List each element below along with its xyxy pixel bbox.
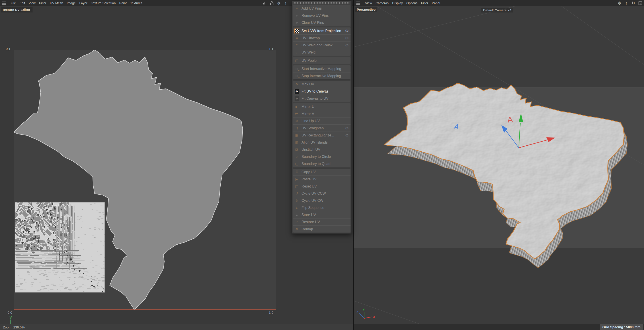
menu-file[interactable]: File xyxy=(9,1,18,5)
view-mode-label[interactable]: Perspective xyxy=(355,7,377,12)
lineup-icon: ⇄ xyxy=(294,119,299,123)
svg-text:X: X xyxy=(373,315,375,319)
menu-item-line-up-uv[interactable]: ⇄Line Up UV xyxy=(293,117,350,124)
perspective-viewport-panel[interactable]: A A A Y Z X ViewCamerasDisplayOptionsFil… xyxy=(354,0,644,330)
gear-icon[interactable]: ⚙ xyxy=(345,43,349,48)
menu-item-fit-uv-to-canvas[interactable]: ✥Fit UV to Canvas xyxy=(293,88,350,95)
menu-item-label: Line Up UV xyxy=(302,119,320,123)
menu-item-uv-unwrap[interactable]: ≣UV Unwrap...⚙ xyxy=(293,34,350,42)
menu-item-clear-uv-pins[interactable]: ✎Clear UV Pins xyxy=(293,19,350,26)
menu-item-mirror-v[interactable]: ◧Mirror V xyxy=(293,110,350,117)
reset-icon: ◱ xyxy=(294,184,299,189)
menu-item-label: UV Weld and Relax... xyxy=(302,43,336,47)
menu-item-flip-sequence[interactable]: ⇕Flip Sequence xyxy=(293,204,350,211)
menu-view[interactable]: View xyxy=(27,1,37,5)
menu-group: ⊞Start Interactive Mapping⊞Stop Interact… xyxy=(293,65,351,80)
menu-item-mirror-u[interactable]: ◧Mirror U xyxy=(293,103,350,110)
uv-corner-label-11: 1,1 xyxy=(269,47,274,51)
flip-seq-icon: ⇕ xyxy=(294,206,299,210)
menu-item-label: Cycle UV CCW xyxy=(302,192,326,196)
menu-item-unstitch-uv[interactable]: ▩Unstitch UV xyxy=(293,146,350,153)
menu-options[interactable]: Options xyxy=(405,1,420,5)
pan-icon[interactable]: ✥ xyxy=(617,1,622,6)
menu-item-start-interactive-mapping[interactable]: ⊞Start Interactive Mapping xyxy=(293,65,350,72)
menu-item-label: UV Straighten... xyxy=(302,126,327,130)
menu-paint[interactable]: Paint xyxy=(118,1,128,5)
menu-item-uv-peeler[interactable]: ◫UV Peeler xyxy=(293,57,350,64)
gear-icon[interactable]: ⚙ xyxy=(345,133,349,138)
menu-layer[interactable]: Layer xyxy=(78,1,89,5)
menu-item-label: UV Peeler xyxy=(302,59,318,63)
y-axis-arrow[interactable] xyxy=(518,113,523,122)
menu-item-label: UV Rectangularize... xyxy=(302,133,334,137)
menu-group: ◫UV Peeler xyxy=(293,57,351,64)
menu-item-align-uv-islands[interactable]: ▥Align UV Islands xyxy=(293,139,350,146)
menu-item-max-uv[interactable]: ✥Max UV xyxy=(293,81,350,88)
menu-item-remove-uv-pins[interactable]: ✎Remove UV Pins xyxy=(293,12,350,19)
menu-uv-mesh[interactable]: UV Mesh xyxy=(48,1,65,5)
chart-icon[interactable] xyxy=(262,1,268,6)
menu-filter[interactable]: Filter xyxy=(38,1,48,5)
axis-gizmo[interactable]: A A A Y Z X xyxy=(354,0,644,330)
menu-item-fit-canvas-to-uv[interactable]: ✥Fit Canvas to UV xyxy=(293,95,350,102)
menu-tearoff-handle[interactable] xyxy=(293,2,350,4)
menu-edit[interactable]: Edit xyxy=(18,1,27,5)
menu-item-label: Remove UV Pins xyxy=(302,14,329,18)
hamburger-menu-icon[interactable] xyxy=(356,2,360,5)
menu-item-set-uvw-from-projection[interactable]: Set UVW from Projection...⚙ xyxy=(293,28,350,34)
menu-item-add-uv-pins[interactable]: ✎Add UV Pins xyxy=(293,5,350,12)
menu-item-label: Paste UV xyxy=(302,177,317,181)
menu-view[interactable]: View xyxy=(363,1,374,5)
camera-label[interactable]: Default Camera xyxy=(481,8,513,13)
menu-texture-selection[interactable]: Texture Selection xyxy=(89,1,118,5)
menu-filter[interactable]: Filter xyxy=(420,1,430,5)
panel-divider[interactable] xyxy=(353,0,354,330)
menu-item-copy-uv[interactable]: ⠿Copy UV xyxy=(293,169,350,175)
x-axis-arrow[interactable] xyxy=(546,137,555,142)
uv-editor-menu: FileEditViewFilterUV MeshImageLayerTextu… xyxy=(9,1,144,5)
hamburger-menu-icon[interactable] xyxy=(2,2,6,5)
menu-item-cycle-uv-cw[interactable]: ↻Cycle UV CW xyxy=(293,197,350,204)
gear-icon[interactable]: ⚙ xyxy=(345,126,349,131)
gear-icon[interactable]: ⚙ xyxy=(345,36,349,41)
interactive-start-icon: ⊞ xyxy=(294,67,299,71)
editor-title: Texture UV Editor xyxy=(1,7,32,13)
menu-item-boundary-to-circle[interactable]: ◌Boundary to Circle xyxy=(293,153,350,160)
menu-item-uv-weld[interactable]: ↨UV Weld xyxy=(293,49,350,56)
pan-icon[interactable]: ✥ xyxy=(276,1,281,6)
menu-item-stop-interactive-mapping[interactable]: ⊞Stop Interactive Mapping xyxy=(293,72,350,79)
menu-textures[interactable]: Textures xyxy=(128,1,144,5)
menu-item-store-uv[interactable]: ↧Store UV xyxy=(293,211,350,218)
store-icon: ↧ xyxy=(294,213,299,217)
menu-item-boundary-to-quad[interactable]: ▢Boundary to Quad xyxy=(293,160,350,167)
peeler-icon: ◫ xyxy=(294,58,299,63)
menu-item-paste-uv[interactable]: ▣Paste UV xyxy=(293,175,350,183)
menu-panel[interactable]: Panel xyxy=(430,1,442,5)
menu-display[interactable]: Display xyxy=(390,1,405,5)
menu-item-uv-weld-and-relax[interactable]: ↥UV Weld and Relax...⚙ xyxy=(293,42,350,49)
zoom-icon[interactable]: ↕ xyxy=(624,1,629,6)
menu-item-uv-rectangularize[interactable]: ▦UV Rectangularize...⚙ xyxy=(293,132,350,139)
menu-image[interactable]: Image xyxy=(65,1,77,5)
restore-icon: ↩ xyxy=(294,220,299,224)
menu-item-label: Store UV xyxy=(302,213,316,217)
menu-item-label: Align UV Islands xyxy=(302,140,328,145)
uv-packed-islands-thumbnail[interactable] xyxy=(15,202,105,292)
camera-name: Default Camera xyxy=(483,8,506,12)
lock-icon[interactable] xyxy=(270,1,274,6)
svg-text:Z: Z xyxy=(356,310,358,314)
viewport-axis-indicator: Y Z X xyxy=(356,308,375,319)
menu-item-restore-uv[interactable]: ↩Restore UV xyxy=(293,218,350,225)
menu-item-remap[interactable]: ♻Remap... xyxy=(293,225,350,233)
viewport-statusbar: Grid Spacing : 5000 mm xyxy=(354,324,644,330)
menu-item-uv-straighten[interactable]: ⇉UV Straighten...⚙ xyxy=(293,124,350,132)
zoom-icon[interactable]: ↕ xyxy=(283,1,288,6)
maximize-icon[interactable] xyxy=(638,1,643,6)
menu-item-label: Set UVW from Projection... xyxy=(302,29,344,33)
menu-item-reset-uv[interactable]: ◱Reset UV xyxy=(293,183,350,190)
gear-icon[interactable]: ⚙ xyxy=(345,29,349,34)
menu-item-label: Cycle UV CW xyxy=(302,199,323,203)
menu-cameras[interactable]: Cameras xyxy=(374,1,390,5)
rotate-icon[interactable]: ↻ xyxy=(631,1,636,6)
menu-item-cycle-uv-ccw[interactable]: ↺Cycle UV CCW xyxy=(293,190,350,197)
